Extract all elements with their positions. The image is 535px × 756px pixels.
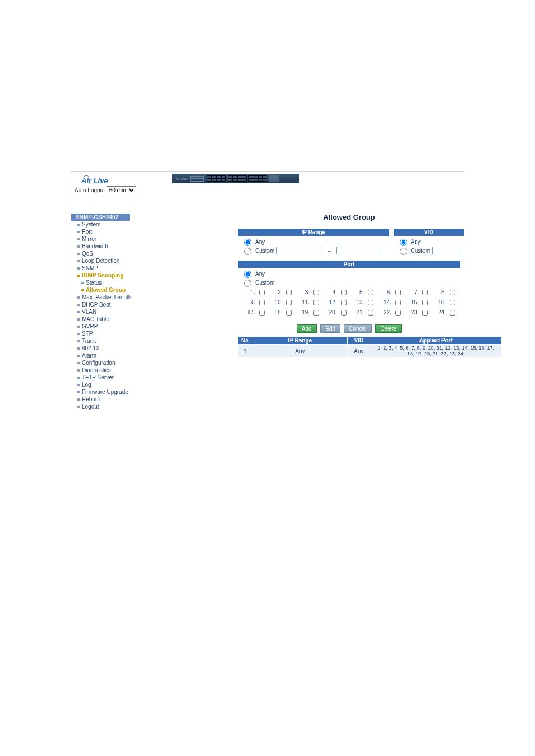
cancel-button[interactable]: Cancel	[344, 324, 371, 333]
vid-custom-radio[interactable]	[400, 248, 407, 255]
port-1: 1.	[241, 288, 266, 297]
port-5-checkbox[interactable]	[368, 290, 373, 295]
nav-item-stp[interactable]: STP	[71, 330, 130, 337]
port-22: 22.	[377, 308, 403, 317]
port-1-checkbox[interactable]	[259, 290, 265, 295]
add-button[interactable]: Add	[297, 324, 317, 333]
ip-sep: --	[327, 248, 331, 254]
port-20-checkbox[interactable]	[341, 310, 347, 316]
ip-range-header: IP Range	[238, 229, 389, 236]
nav-item-firmware-upgrade[interactable]: Firmware Upgrade	[71, 388, 130, 396]
nav-item-log[interactable]: Log	[71, 381, 130, 388]
nav-item-max-packet-length[interactable]: Max. Packet Length	[71, 294, 130, 301]
nav-item-bandwidth[interactable]: Bandwidth	[71, 243, 130, 250]
port-20: 20.	[323, 308, 348, 317]
nav-item-port[interactable]: Port	[71, 228, 130, 235]
port-7-checkbox[interactable]	[422, 290, 428, 295]
nav-item-alarm[interactable]: Alarm	[71, 352, 130, 359]
port-10-checkbox[interactable]	[286, 300, 292, 305]
vid-any-label: Any	[411, 239, 421, 245]
ip-any-radio[interactable]	[244, 239, 251, 246]
nav-item-status[interactable]: Status	[71, 279, 130, 286]
nav-item-vlan[interactable]: VLAN	[71, 308, 130, 316]
button-row: Add Edit Cancel Delete	[234, 324, 464, 333]
cell-iprange: Any	[252, 345, 348, 358]
nav-item-igmp-snooping[interactable]: IGMP Snooping	[71, 272, 130, 279]
port-21-checkbox[interactable]	[368, 310, 373, 316]
edit-button[interactable]: Edit	[320, 324, 340, 333]
port-17-checkbox[interactable]	[259, 310, 265, 316]
ip-custom-radio[interactable]	[244, 248, 251, 255]
vid-header: VID	[394, 229, 464, 236]
vid-any-radio[interactable]	[400, 239, 407, 246]
nav-item-allowed-group[interactable]: Allowed Group	[71, 286, 130, 294]
port-22-checkbox[interactable]	[395, 310, 401, 316]
nav-item-dhcp-boot[interactable]: DHCP Boot	[71, 301, 130, 308]
port-17: 17.	[241, 308, 266, 317]
nav-item-mirror[interactable]: Mirror	[71, 235, 130, 243]
port-21: 21.	[350, 308, 376, 317]
port-8: 8.	[432, 288, 457, 297]
vid-panel: VID Any Custom	[393, 228, 464, 257]
cell-vid: Any	[348, 345, 370, 358]
delete-button[interactable]: Delete	[375, 324, 402, 333]
port-6-checkbox[interactable]	[395, 290, 401, 295]
port-any-radio[interactable]	[244, 271, 251, 278]
nav-item-qos[interactable]: QoS	[71, 250, 130, 257]
nav-menu: SNMP-GSH2402 SystemPortMirrorBandwidthQo…	[71, 214, 130, 410]
nav-item-trunk[interactable]: Trunk	[71, 337, 130, 345]
nav-item-logout[interactable]: Logout	[71, 403, 130, 410]
nav-item-configuration[interactable]: Configuration	[71, 359, 130, 367]
port-4: 4.	[323, 288, 348, 297]
th-no: No	[238, 337, 252, 345]
port-4-checkbox[interactable]	[341, 290, 347, 295]
cell-no: 1	[238, 345, 252, 358]
port-18-checkbox[interactable]	[286, 310, 292, 316]
nav-item-snmp[interactable]: SNMP	[71, 265, 130, 272]
nav-item-802-1x[interactable]: 802.1X	[71, 345, 130, 352]
port-3-checkbox[interactable]	[313, 290, 319, 295]
port-24: 24.	[432, 308, 457, 317]
port-any-label: Any	[255, 271, 265, 277]
port-10: 10.	[269, 298, 294, 307]
port-9-checkbox[interactable]	[259, 300, 265, 305]
page-title: Allowed Group	[234, 213, 464, 221]
port-14-checkbox[interactable]	[395, 300, 401, 305]
nav-item-tftp-server[interactable]: TFTP Server	[71, 374, 130, 381]
nav-item-mac-table[interactable]: MAC Table	[71, 316, 130, 323]
port-11-checkbox[interactable]	[313, 300, 319, 305]
nav-item-reboot[interactable]: Reboot	[71, 396, 130, 403]
port-11: 11.	[296, 298, 321, 307]
vid-custom-input[interactable]	[432, 247, 460, 254]
device-image: Air Live	[172, 174, 299, 183]
table-row[interactable]: 1AnyAny1, 2, 3, 4, 5, 6, 7, 8, 9, 10, 11…	[238, 345, 502, 358]
port-15-checkbox[interactable]	[422, 300, 428, 305]
port-18: 18.	[269, 308, 294, 317]
nav-item-diagnostics[interactable]: Diagnostics	[71, 367, 130, 374]
auto-logout-label: Auto Logout	[75, 187, 105, 193]
ip-from-input[interactable]	[276, 247, 321, 254]
port-custom-label: Custom	[255, 280, 274, 286]
ip-range-panel: IP Range Any Custom --	[237, 228, 390, 257]
ip-to-input[interactable]	[336, 247, 381, 254]
nav-item-system[interactable]: System	[71, 221, 130, 228]
th-port: Applied Port	[370, 337, 502, 345]
brand-logo: Air Live	[71, 172, 130, 186]
port-19: 19.	[296, 308, 321, 317]
port-7: 7.	[405, 288, 430, 297]
port-12-checkbox[interactable]	[341, 300, 347, 305]
port-8-checkbox[interactable]	[450, 290, 455, 295]
port-16-checkbox[interactable]	[450, 300, 455, 305]
port-2-checkbox[interactable]	[286, 290, 292, 295]
port-24-checkbox[interactable]	[450, 310, 455, 316]
port-23-checkbox[interactable]	[422, 310, 428, 316]
port-custom-radio[interactable]	[244, 280, 251, 287]
auto-logout-select[interactable]: 60 min	[107, 186, 136, 194]
nav-item-loop-detection[interactable]: Loop Detection	[71, 257, 130, 265]
auto-logout: Auto Logout 60 min	[71, 186, 130, 198]
ip-any-label: Any	[255, 239, 265, 245]
port-19-checkbox[interactable]	[313, 310, 319, 316]
nav-item-gvrp[interactable]: GVRP	[71, 323, 130, 330]
port-13-checkbox[interactable]	[368, 300, 373, 305]
port-14: 14.	[377, 298, 403, 307]
